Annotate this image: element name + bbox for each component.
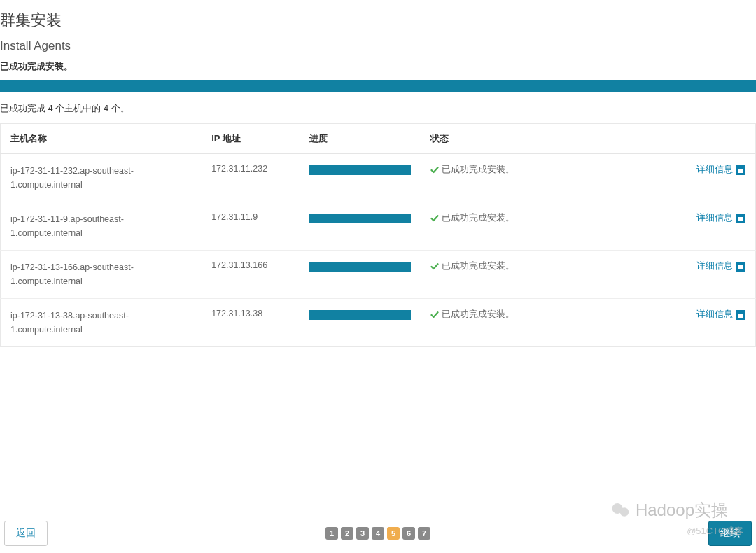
check-icon (430, 262, 439, 271)
table-row: ip-172-31-13-38.ap-southeast-1.compute.i… (1, 299, 756, 347)
column-header-progress[interactable]: 进度 (300, 124, 421, 154)
popup-icon[interactable] (736, 165, 746, 175)
host-name: ip-172-31-11-232.ap-southeast-1.compute.… (10, 164, 192, 192)
status-text: 已成功完成安装。 (442, 164, 514, 174)
page-button-3[interactable]: 3 (356, 527, 369, 540)
table-row: ip-172-31-11-232.ap-southeast-1.compute.… (1, 154, 756, 202)
row-progress-bar (309, 165, 411, 175)
host-name: ip-172-31-11-9.ap-southeast-1.compute.in… (10, 212, 192, 240)
continue-button[interactable]: 继续 (708, 521, 752, 546)
detail-link[interactable]: 详细信息 (696, 164, 733, 174)
page-button-7[interactable]: 7 (418, 527, 430, 540)
detail-link[interactable]: 详细信息 (696, 261, 733, 271)
status-text: 已成功完成安装。 (442, 261, 514, 271)
table-row: ip-172-31-13-166.ap-southeast-1.compute.… (1, 251, 756, 299)
status-text: 已成功完成安装。 (442, 309, 514, 319)
summary-text: 已成功完成 4 个主机中的 4 个。 (0, 102, 756, 123)
page-button-4[interactable]: 4 (372, 527, 384, 540)
ip-address: 172.31.13.166 (202, 251, 300, 299)
page-button-6[interactable]: 6 (402, 527, 415, 540)
page-button-5[interactable]: 5 (387, 527, 400, 540)
hosts-table: 主机名称 IP 地址 进度 状态 ip-172-31-11-232.ap-sou… (0, 123, 756, 347)
detail-link[interactable]: 详细信息 (696, 213, 733, 223)
ip-address: 172.31.11.232 (202, 154, 300, 202)
host-name: ip-172-31-13-38.ap-southeast-1.compute.i… (10, 309, 192, 337)
page-title: 群集安装 (0, 0, 756, 35)
host-name: ip-172-31-13-166.ap-southeast-1.compute.… (10, 260, 192, 288)
popup-icon[interactable] (736, 310, 746, 320)
detail-link[interactable]: 详细信息 (696, 309, 733, 319)
check-icon (430, 311, 439, 319)
row-progress-bar (309, 310, 411, 320)
table-row: ip-172-31-11-9.ap-southeast-1.compute.in… (1, 202, 756, 251)
column-header-ip[interactable]: IP 地址 (202, 124, 300, 154)
overall-progress-bar (0, 80, 756, 92)
ip-address: 172.31.13.38 (202, 299, 300, 347)
back-button[interactable]: 返回 (4, 521, 48, 546)
row-progress-bar (309, 262, 411, 272)
check-icon (430, 166, 439, 174)
page-button-2[interactable]: 2 (341, 527, 354, 540)
pagination: 1234567 (326, 527, 430, 540)
column-header-detail (659, 124, 755, 154)
popup-icon[interactable] (736, 214, 746, 223)
status-text: 已成功完成安装。 (442, 213, 514, 223)
page-subtitle: Install Agents (0, 35, 756, 60)
page-button-1[interactable]: 1 (326, 527, 338, 540)
column-header-host[interactable]: 主机名称 (1, 124, 202, 154)
footer-bar: 返回 1234567 继续 (0, 514, 756, 553)
column-header-status[interactable]: 状态 (421, 124, 659, 154)
check-icon (430, 214, 439, 223)
row-progress-bar (309, 214, 411, 223)
success-message: 已成功完成安装。 (0, 60, 756, 80)
ip-address: 172.31.11.9 (202, 202, 300, 251)
popup-icon[interactable] (736, 262, 746, 272)
svg-point-0 (612, 503, 622, 514)
